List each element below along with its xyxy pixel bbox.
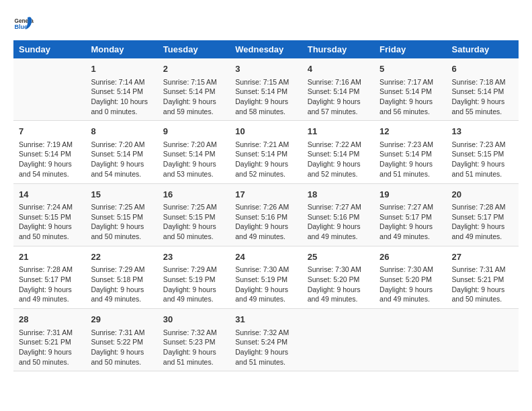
header-row: SundayMondayTuesdayWednesdayThursdayFrid… (13, 40, 519, 58)
day-info: Sunrise: 7:27 AMSunset: 5:17 PMDaylight:… (380, 202, 441, 242)
logo-icon: General Blue (13, 13, 34, 34)
day-info: Sunrise: 7:28 AMSunset: 5:17 PMDaylight:… (452, 202, 513, 242)
calendar-header: SundayMondayTuesdayWednesdayThursdayFrid… (13, 40, 519, 58)
calendar-cell: 24Sunrise: 7:30 AMSunset: 5:19 PMDayligh… (230, 246, 302, 308)
day-number: 15 (91, 188, 152, 201)
day-info: Sunrise: 7:32 AMSunset: 5:24 PMDaylight:… (235, 328, 296, 367)
calendar-cell: 27Sunrise: 7:31 AMSunset: 5:21 PMDayligh… (447, 246, 519, 308)
day-number: 4 (308, 62, 369, 76)
calendar-cell: 8Sunrise: 7:20 AMSunset: 5:14 PMDaylight… (85, 121, 157, 183)
day-info: Sunrise: 7:20 AMSunset: 5:14 PMDaylight:… (163, 140, 224, 179)
week-row-3: 14Sunrise: 7:24 AMSunset: 5:15 PMDayligh… (13, 183, 519, 246)
week-row-1: 1Sunrise: 7:14 AMSunset: 5:14 PMDaylight… (13, 58, 519, 121)
day-info: Sunrise: 7:14 AMSunset: 5:14 PMDaylight:… (91, 77, 152, 117)
calendar-cell: 14Sunrise: 7:24 AMSunset: 5:15 PMDayligh… (13, 183, 85, 246)
day-number: 18 (308, 188, 369, 201)
calendar-cell: 21Sunrise: 7:28 AMSunset: 5:17 PMDayligh… (13, 246, 85, 308)
day-number: 16 (163, 188, 224, 201)
day-number: 7 (19, 125, 80, 138)
day-number: 22 (91, 250, 152, 264)
calendar-table: SundayMondayTuesdayWednesdayThursdayFrid… (13, 40, 519, 371)
day-info: Sunrise: 7:21 AMSunset: 5:14 PMDaylight:… (235, 140, 296, 179)
calendar-cell: 15Sunrise: 7:25 AMSunset: 5:15 PMDayligh… (85, 183, 157, 246)
day-number: 5 (380, 62, 441, 76)
day-number: 23 (163, 250, 224, 264)
day-info: Sunrise: 7:18 AMSunset: 5:14 PMDaylight:… (452, 77, 513, 117)
day-number: 31 (235, 313, 296, 326)
day-number: 25 (308, 250, 369, 264)
day-number: 13 (452, 125, 513, 138)
day-number: 20 (452, 188, 513, 201)
calendar-cell: 11Sunrise: 7:22 AMSunset: 5:14 PMDayligh… (302, 121, 374, 183)
day-info: Sunrise: 7:31 AMSunset: 5:22 PMDaylight:… (91, 328, 152, 367)
day-info: Sunrise: 7:27 AMSunset: 5:16 PMDaylight:… (308, 202, 369, 242)
logo: General Blue (13, 13, 34, 34)
calendar-cell: 26Sunrise: 7:30 AMSunset: 5:20 PMDayligh… (374, 246, 446, 308)
calendar-cell: 28Sunrise: 7:31 AMSunset: 5:21 PMDayligh… (13, 309, 85, 371)
calendar-cell: 31Sunrise: 7:32 AMSunset: 5:24 PMDayligh… (230, 309, 302, 371)
day-number: 11 (308, 125, 369, 138)
header-cell-monday: Monday (85, 40, 157, 58)
day-info: Sunrise: 7:16 AMSunset: 5:14 PMDaylight:… (308, 77, 369, 117)
calendar-cell (13, 58, 85, 121)
day-info: Sunrise: 7:23 AMSunset: 5:14 PMDaylight:… (380, 140, 441, 179)
page-header: General Blue (13, 13, 519, 34)
day-info: Sunrise: 7:15 AMSunset: 5:14 PMDaylight:… (235, 77, 296, 117)
calendar-cell: 19Sunrise: 7:27 AMSunset: 5:17 PMDayligh… (374, 183, 446, 246)
calendar-cell: 17Sunrise: 7:26 AMSunset: 5:16 PMDayligh… (230, 183, 302, 246)
day-number: 8 (91, 125, 152, 138)
day-info: Sunrise: 7:20 AMSunset: 5:14 PMDaylight:… (91, 140, 152, 179)
day-number: 17 (235, 188, 296, 201)
week-row-2: 7Sunrise: 7:19 AMSunset: 5:14 PMDaylight… (13, 121, 519, 183)
header-cell-wednesday: Wednesday (230, 40, 302, 58)
calendar-cell: 7Sunrise: 7:19 AMSunset: 5:14 PMDaylight… (13, 121, 85, 183)
day-info: Sunrise: 7:26 AMSunset: 5:16 PMDaylight:… (235, 202, 296, 242)
day-info: Sunrise: 7:31 AMSunset: 5:21 PMDaylight:… (19, 328, 80, 367)
day-info: Sunrise: 7:28 AMSunset: 5:17 PMDaylight:… (19, 265, 80, 304)
calendar-cell (302, 309, 374, 371)
calendar-cell: 10Sunrise: 7:21 AMSunset: 5:14 PMDayligh… (230, 121, 302, 183)
calendar-body: 1Sunrise: 7:14 AMSunset: 5:14 PMDaylight… (13, 58, 519, 371)
calendar-cell: 9Sunrise: 7:20 AMSunset: 5:14 PMDaylight… (158, 121, 230, 183)
day-number: 12 (380, 125, 441, 138)
week-row-4: 21Sunrise: 7:28 AMSunset: 5:17 PMDayligh… (13, 246, 519, 308)
day-number: 29 (91, 313, 152, 326)
day-number: 30 (163, 313, 224, 326)
day-number: 24 (235, 250, 296, 264)
calendar-cell: 3Sunrise: 7:15 AMSunset: 5:14 PMDaylight… (230, 58, 302, 121)
calendar-cell: 5Sunrise: 7:17 AMSunset: 5:14 PMDaylight… (374, 58, 446, 121)
day-info: Sunrise: 7:29 AMSunset: 5:18 PMDaylight:… (91, 265, 152, 304)
day-number: 1 (91, 62, 152, 76)
day-number: 21 (19, 250, 80, 264)
header-cell-sunday: Sunday (13, 40, 85, 58)
calendar-cell: 29Sunrise: 7:31 AMSunset: 5:22 PMDayligh… (85, 309, 157, 371)
day-number: 9 (163, 125, 224, 138)
day-info: Sunrise: 7:17 AMSunset: 5:14 PMDaylight:… (380, 77, 441, 117)
day-number: 19 (380, 188, 441, 201)
calendar-cell: 22Sunrise: 7:29 AMSunset: 5:18 PMDayligh… (85, 246, 157, 308)
day-number: 10 (235, 125, 296, 138)
calendar-cell: 6Sunrise: 7:18 AMSunset: 5:14 PMDaylight… (447, 58, 519, 121)
day-number: 27 (452, 250, 513, 264)
calendar-cell: 16Sunrise: 7:25 AMSunset: 5:15 PMDayligh… (158, 183, 230, 246)
day-info: Sunrise: 7:22 AMSunset: 5:14 PMDaylight:… (308, 140, 369, 179)
calendar-cell: 30Sunrise: 7:32 AMSunset: 5:23 PMDayligh… (158, 309, 230, 371)
day-number: 28 (19, 313, 80, 326)
calendar-cell: 12Sunrise: 7:23 AMSunset: 5:14 PMDayligh… (374, 121, 446, 183)
calendar-cell: 25Sunrise: 7:30 AMSunset: 5:20 PMDayligh… (302, 246, 374, 308)
day-info: Sunrise: 7:32 AMSunset: 5:23 PMDaylight:… (163, 328, 224, 367)
header-cell-thursday: Thursday (302, 40, 374, 58)
day-number: 26 (380, 250, 441, 264)
calendar-cell (374, 309, 446, 371)
week-row-5: 28Sunrise: 7:31 AMSunset: 5:21 PMDayligh… (13, 309, 519, 371)
svg-text:Blue: Blue (15, 24, 28, 30)
calendar-cell: 20Sunrise: 7:28 AMSunset: 5:17 PMDayligh… (447, 183, 519, 246)
day-info: Sunrise: 7:19 AMSunset: 5:14 PMDaylight:… (19, 140, 80, 179)
calendar-cell (447, 309, 519, 371)
calendar-cell: 23Sunrise: 7:29 AMSunset: 5:19 PMDayligh… (158, 246, 230, 308)
day-number: 2 (163, 62, 224, 76)
day-number: 14 (19, 188, 80, 201)
header-cell-friday: Friday (374, 40, 446, 58)
day-number: 6 (452, 62, 513, 76)
day-info: Sunrise: 7:25 AMSunset: 5:15 PMDaylight:… (91, 202, 152, 242)
